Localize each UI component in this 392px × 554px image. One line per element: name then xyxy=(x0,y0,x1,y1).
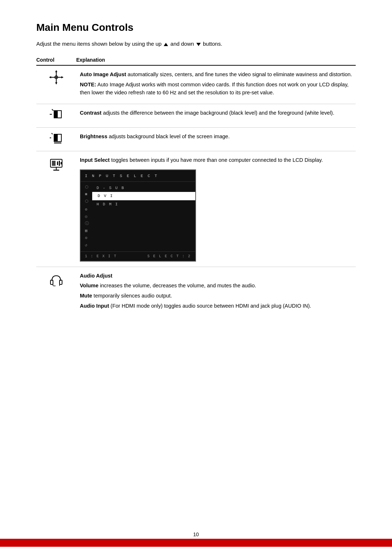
option-dvi: D V I xyxy=(92,192,195,200)
controls-table: Control Explanation xyxy=(36,57,356,317)
page-number: 10 xyxy=(193,532,199,537)
col-header-explanation: Explanation xyxy=(76,57,356,65)
option-dsub: D - S U B xyxy=(92,184,195,192)
explanation-input-select: Input Select toggles between inputs if y… xyxy=(76,151,356,267)
svg-line-12 xyxy=(52,133,53,134)
svg-marker-3 xyxy=(55,82,57,85)
menu-icon-4: ✿ xyxy=(85,206,91,213)
page-footer: 10 xyxy=(0,532,392,547)
audio-adjust-icon xyxy=(48,272,64,288)
input-select-title: I N P U T S E L E C T xyxy=(81,170,195,182)
menu-icon-dvi: ◼ xyxy=(85,191,91,198)
table-row: Brightness adjusts background black leve… xyxy=(36,128,356,151)
svg-line-8 xyxy=(52,109,53,111)
icon-cell-audio xyxy=(36,267,76,317)
explanation-audio: Audio Adjust Volume increases the volume… xyxy=(76,267,356,317)
menu-icon-7: ▦ xyxy=(85,227,91,235)
table-row: Contrast adjusts the difference between … xyxy=(36,104,356,128)
svg-rect-21 xyxy=(61,162,62,164)
up-arrow-icon xyxy=(164,43,168,46)
brightness-icon xyxy=(49,131,64,144)
table-row: Audio Adjust Volume increases the volume… xyxy=(36,267,356,317)
table-row: Input Select toggles between inputs if y… xyxy=(36,151,356,267)
table-row: Auto Image Adjust automatically sizes, c… xyxy=(36,65,356,104)
col-header-control: Control xyxy=(36,57,76,65)
icon-cell-brightness xyxy=(36,128,76,151)
exit-label: 1 : E X I T xyxy=(85,254,117,259)
input-select-screen: I N P U T S E L E C T ⬡ ◼ ⬡ ✿ ◎ xyxy=(80,169,196,262)
auto-image-adjust-icon xyxy=(48,69,64,85)
input-select-icon xyxy=(48,158,64,172)
menu-icon-5: ◎ xyxy=(85,213,91,221)
explanation-brightness: Brightness adjusts background black leve… xyxy=(76,128,356,151)
svg-marker-5 xyxy=(61,76,64,78)
explanation-auto-image: Auto Image Adjust automatically sizes, c… xyxy=(76,65,356,104)
icon-cell-contrast xyxy=(36,104,76,128)
svg-marker-2 xyxy=(55,70,57,72)
svg-marker-4 xyxy=(49,76,51,78)
svg-rect-20 xyxy=(59,161,60,166)
down-arrow-icon xyxy=(196,43,201,46)
table-header: Control Explanation xyxy=(36,57,356,65)
svg-rect-19 xyxy=(57,161,58,165)
menu-icon-9: ↺ xyxy=(85,242,91,249)
menu-icon-6: ⓘ xyxy=(85,220,91,227)
input-select-footer: 1 : E X I T S E L E C T : 2 xyxy=(81,251,195,261)
svg-rect-18 xyxy=(52,161,56,166)
footer-red-bar xyxy=(0,539,392,547)
intro-text: Adjust the menu items shown below by usi… xyxy=(36,41,356,47)
svg-rect-10 xyxy=(54,111,58,118)
contrast-icon xyxy=(49,108,64,121)
menu-icon-hdmi: ⬡ xyxy=(85,198,91,205)
explanation-contrast: Contrast adjusts the difference between … xyxy=(76,104,356,128)
page-title: Main Menu Controls xyxy=(36,22,356,33)
option-hdmi: H D M I xyxy=(92,200,195,209)
menu-icon-8: ⚙ xyxy=(85,235,91,242)
menu-icon-dsub: ⬡ xyxy=(85,184,91,191)
select-label: S E L E C T : 2 xyxy=(147,254,191,259)
svg-rect-14 xyxy=(54,134,58,141)
icon-cell-input-select xyxy=(36,151,76,267)
icon-cell-auto-image xyxy=(36,65,76,104)
